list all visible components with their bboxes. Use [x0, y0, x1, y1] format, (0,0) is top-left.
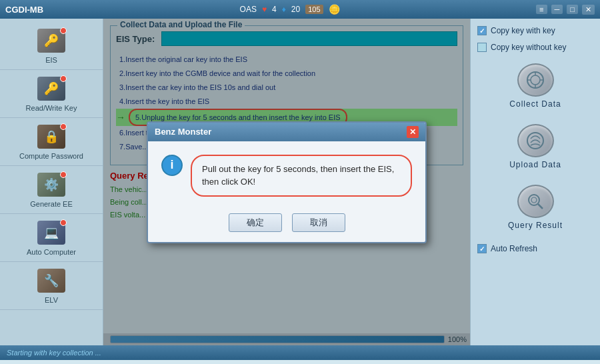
dialog-title-bar: Benz Monster ✕: [148, 123, 425, 141]
query-result-label: Query Result: [508, 221, 563, 230]
right-panel: ✓ Copy key with key Copy key without key…: [470, 19, 600, 345]
checkmark-icon: ✓: [479, 27, 485, 35]
dialog-overlay: Benz Monster ✕ i Pull out the key for 5 …: [103, 19, 470, 345]
app-name: CGDI-MB: [5, 5, 43, 15]
close-button[interactable]: ✕: [582, 5, 595, 15]
upload-data-icon: [517, 124, 554, 157]
main-container: 🔑 EIS 🔑 Read/Write Key 🔒 C: [0, 19, 600, 345]
diamond-count: 20: [291, 5, 300, 14]
ac-red-dot: [60, 219, 67, 226]
collect-data-button[interactable]: Collect Data: [476, 57, 595, 115]
auto-refresh-row[interactable]: ✓ Auto Refresh: [476, 242, 595, 255]
menu-icon[interactable]: ≡: [536, 5, 547, 14]
query-result-button[interactable]: Query Result: [476, 179, 595, 236]
title-bar: CGDI-MB OAS ♥ 4 ♦ 20 105 🪙 ≡ ─ □ ✕: [0, 0, 600, 19]
dialog-close-button[interactable]: ✕: [407, 126, 419, 138]
dialog-info-icon: i: [161, 155, 183, 176]
content-area: Collect Data and Upload the File EIS Typ…: [103, 19, 470, 345]
sidebar-item-eis[interactable]: 🔑 EIS: [0, 22, 103, 70]
sidebar-item-compute[interactable]: 🔒 Compute Password: [0, 118, 103, 166]
copy-with-key-row[interactable]: ✓ Copy key with key: [476, 24, 595, 37]
sidebar-item-autocomputer[interactable]: 💻 Auto Computer: [0, 214, 103, 262]
copy-without-key-row[interactable]: Copy key without key: [476, 41, 595, 54]
collect-data-label: Collect Data: [509, 99, 561, 109]
dialog-confirm-button[interactable]: 确定: [229, 213, 282, 232]
sidebar-label-readwrite: Read/Write Key: [26, 104, 77, 112]
diamond-icon: ♦: [282, 5, 286, 14]
svg-line-4: [538, 204, 543, 209]
upload-data-label: Upload Data: [509, 160, 561, 169]
dialog-title: Benz Monster: [155, 127, 211, 137]
dialog-content: i Pull out the key for 5 seconds, then i…: [148, 141, 425, 207]
copy-with-key-label: Copy key with key: [491, 26, 555, 35]
query-result-icon: [517, 185, 554, 218]
dialog-message: Pull out the key for 5 seconds, then ins…: [202, 164, 394, 187]
sidebar-label-compute: Compute Password: [19, 152, 83, 160]
sidebar-label-elv: ELV: [45, 296, 58, 304]
svg-point-2: [527, 133, 543, 149]
dialog-box: Benz Monster ✕ i Pull out the key for 5 …: [147, 121, 427, 243]
coin-icon: 🪙: [329, 4, 340, 15]
rw-red-dot: [60, 75, 67, 82]
oas-label: OAS: [240, 5, 257, 14]
auto-refresh-checkbox[interactable]: ✓: [477, 244, 487, 253]
copy-without-key-checkbox[interactable]: [477, 43, 487, 52]
copy-with-key-checkbox[interactable]: ✓: [477, 26, 487, 35]
sidebar-label-eis: EIS: [45, 56, 57, 64]
status-text: Starting with key collection ...: [7, 349, 101, 357]
sidebar-label-autocomputer: Auto Computer: [27, 248, 76, 256]
sidebar-item-readwrite[interactable]: 🔑 Read/Write Key: [0, 70, 103, 118]
cp-red-dot: [60, 123, 67, 130]
auto-refresh-checkmark: ✓: [479, 245, 485, 253]
calendar-badge: 105: [305, 5, 323, 14]
minimize-button[interactable]: ─: [551, 5, 563, 14]
svg-point-3: [529, 195, 539, 205]
sidebar-label-generateee: Generate EE: [30, 200, 73, 208]
heart-icon: ♥: [262, 5, 267, 14]
sidebar-item-generateee[interactable]: ⚙️ Generate EE: [0, 166, 103, 214]
sidebar: 🔑 EIS 🔑 Read/Write Key 🔒 C: [0, 19, 103, 345]
sidebar-item-elv[interactable]: 🔧 ELV: [0, 262, 103, 310]
collect-data-icon: [517, 63, 554, 97]
gee-red-dot: [60, 171, 67, 178]
status-bar: Starting with key collection ...: [0, 345, 600, 360]
copy-without-key-label: Copy key without key: [491, 43, 566, 52]
maximize-button[interactable]: □: [567, 5, 578, 14]
upload-data-button[interactable]: Upload Data: [476, 118, 595, 175]
svg-point-1: [531, 75, 540, 85]
heart-count: 4: [272, 5, 277, 14]
eis-red-dot: [60, 27, 67, 34]
dialog-cancel-button[interactable]: 取消: [292, 213, 345, 232]
dialog-message-area: Pull out the key for 5 seconds, then ins…: [191, 155, 412, 197]
dialog-buttons: 确定 取消: [148, 207, 425, 242]
auto-refresh-label: Auto Refresh: [491, 244, 537, 253]
svg-point-5: [531, 197, 537, 203]
